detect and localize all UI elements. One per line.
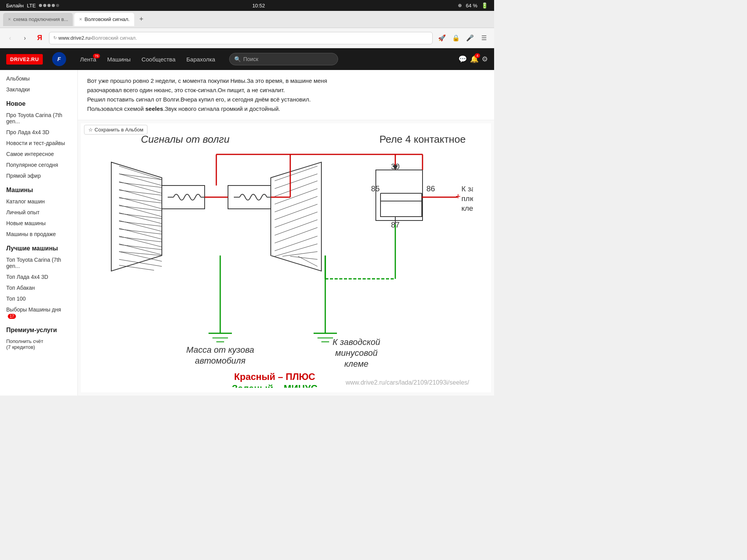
sidebar-item-popular[interactable]: Популярное сегодня	[0, 159, 77, 170]
article-prefix: Пользовался схемой	[87, 105, 145, 112]
sidebar-item-personal[interactable]: Личный опыт	[0, 207, 77, 218]
yandex-icon[interactable]: Я	[34, 33, 45, 44]
image-container: ☆ Сохранить в Альбом Сигналы от волги Ре…	[78, 120, 494, 396]
rocket-icon[interactable]: 🚀	[437, 33, 447, 44]
sidebar-item-top-toyota[interactable]: Топ Toyota Carina (7th gen...	[0, 254, 77, 271]
sidebar-item-live[interactable]: Прямой эфир	[0, 170, 77, 181]
notifications-badge: 4	[475, 53, 480, 58]
nav-market[interactable]: Барахолка	[182, 54, 220, 65]
sidebar-section-best: Лучшие машины	[0, 240, 77, 254]
tab-1-close[interactable]: ✕	[8, 17, 11, 21]
search-box[interactable]: 🔍 Поиск	[229, 53, 338, 65]
svg-rect-0	[84, 123, 473, 388]
nav-lenta[interactable]: Лента 76	[75, 54, 101, 65]
time-label: 10:52	[252, 3, 265, 9]
diagram-title-relay: Реле 4 контактное	[379, 133, 466, 145]
svg-text:клеме: клеме	[344, 359, 368, 369]
sidebar-item-top-lada[interactable]: Топ Лада 4x4 3D	[0, 271, 77, 282]
sidebar-item-lada[interactable]: Про Лада 4x4 3D	[0, 127, 77, 138]
diagram-label-85: 85	[371, 184, 380, 193]
menu-icon[interactable]: ☰	[479, 33, 489, 44]
sidebar-item-toyota[interactable]: Про Toyota Carina (7th gen...	[0, 110, 77, 127]
diagram-watermark: www.drive2.ru/cars/lada/2109/21093i/seel…	[345, 379, 469, 386]
sidebar-item-catalog[interactable]: Каталог машин	[0, 196, 77, 207]
nav-communities-label: Сообщества	[142, 56, 175, 63]
lock-icon: 🔒	[451, 33, 461, 44]
tab-bar: ✕ схема подключения в... ✕ Волговский си…	[0, 11, 494, 28]
signal-dots	[39, 4, 59, 7]
article-line4: Пользовался схемой seeles.Звук нового си…	[87, 104, 485, 114]
diagram-green-legend: Зеленый – МИНУС	[232, 383, 317, 388]
svg-text:+: +	[456, 191, 461, 201]
address-bar: ‹ › Я ↻ www.drive2.ru › Волговский сигна…	[0, 28, 494, 48]
article-line2: разочаровал всего один нюанс, это сток-с…	[87, 86, 485, 95]
tab-1-label: схема подключения в...	[13, 16, 68, 22]
header-icons: 💬 🔔 4 ⚙	[458, 55, 488, 63]
notifications-icon[interactable]: 🔔 4	[470, 55, 479, 63]
sidebar-item-new-cars[interactable]: Новые машины	[0, 218, 77, 229]
url-path: Волговский сигнал.	[92, 35, 137, 41]
tab-1[interactable]: ✕ схема подключения в...	[3, 13, 73, 26]
sidebar-section-premium: Премиум-услуги	[0, 321, 77, 336]
search-placeholder: Поиск	[243, 56, 258, 62]
sidebar-item-top-abakan[interactable]: Топ Абакан	[0, 282, 77, 293]
nav-machines-label: Машины	[107, 56, 130, 63]
site-logo[interactable]: DRIVE2.RU	[6, 54, 43, 65]
ford-icon: F	[52, 52, 66, 66]
nav-market-label: Барахолка	[186, 56, 215, 63]
sidebar: Альбомы Закладки Новое Про Toyota Carina…	[0, 70, 78, 396]
save-album-button[interactable]: ☆ Сохранить в Альбом	[84, 125, 147, 135]
article-text: Вот уже прошло ровно 2 недели, с момента…	[78, 70, 494, 120]
settings-icon[interactable]: ⚙	[482, 55, 488, 63]
site-header: DRIVE2.RU F Лента 76 Машины Сообщества Б…	[0, 48, 494, 70]
content-area: Вот уже прошло ровно 2 недели, с момента…	[78, 70, 494, 396]
status-left: Билайн LTE	[6, 3, 59, 9]
tab-2-label: Волговский сигнал.	[84, 16, 130, 22]
article-line3: Решил поставить сигнал от Волги.Вчера ку…	[87, 95, 485, 104]
svg-rect-55	[376, 170, 423, 220]
main-layout: Альбомы Закладки Новое Про Toyota Carina…	[0, 70, 494, 396]
tab-2-close[interactable]: ✕	[79, 17, 82, 21]
svg-text:автомобиля: автомобиля	[195, 356, 245, 366]
article-author[interactable]: seeles	[145, 105, 163, 112]
battery-label: 64 %	[466, 3, 477, 9]
refresh-icon: ↻	[53, 35, 57, 40]
url-bar[interactable]: ↻ www.drive2.ru › Волговский сигнал.	[49, 32, 433, 44]
sidebar-item-albums[interactable]: Альбомы	[0, 73, 77, 84]
sidebar-item-topup[interactable]: Пополнить счёт (7 кредитов)	[0, 336, 77, 352]
save-album-label: Сохранить в Альбом	[95, 127, 143, 133]
new-tab-button[interactable]: +	[136, 14, 147, 25]
nav-machines[interactable]: Машины	[102, 54, 135, 65]
sidebar-item-for-sale[interactable]: Машины в продаже	[0, 229, 77, 240]
sidebar-item-car-day[interactable]: Выборы Машины дня 17	[0, 304, 77, 321]
article-suffix: .Звук нового сигнала громкий и достойный…	[163, 105, 280, 112]
status-bar: Билайн LTE 10:52 ⊕ 64 % 🔋	[0, 0, 494, 11]
back-button[interactable]: ‹	[5, 33, 16, 44]
diagram-minus-terminal: К заводской	[333, 337, 381, 347]
diagram-mass-label: Масса от кузова	[186, 345, 254, 355]
sidebar-item-top100[interactable]: Топ 100	[0, 293, 77, 304]
mic-icon[interactable]: 🎤	[465, 33, 475, 44]
nav-communities[interactable]: Сообщества	[137, 54, 180, 65]
chat-icon[interactable]: 💬	[458, 55, 467, 63]
sidebar-item-news[interactable]: Новости и тест-драйвы	[0, 138, 77, 149]
sidebar-item-interesting[interactable]: Самое интересное	[0, 149, 77, 159]
nav-lenta-badge: 76	[93, 54, 100, 58]
network-label: LTE	[27, 3, 36, 9]
svg-text:клеме: клеме	[461, 204, 473, 212]
sidebar-item-bookmarks[interactable]: Закладки	[0, 84, 77, 95]
battery-icon: 🔋	[481, 2, 488, 9]
diagram-title-signals: Сигналы от волги	[141, 133, 230, 145]
carrier-label: Билайн	[6, 3, 24, 9]
forward-button[interactable]: ›	[19, 33, 30, 44]
diagram-wrapper: Сигналы от волги Реле 4 контактное	[81, 123, 491, 392]
status-right: ⊕ 64 % 🔋	[458, 2, 488, 9]
sidebar-section-new: Новое	[0, 95, 77, 110]
sidebar-section-cars: Машины	[0, 181, 77, 196]
star-icon: ☆	[88, 127, 93, 133]
article-line1: Вот уже прошло ровно 2 недели, с момента…	[87, 76, 485, 86]
tab-2[interactable]: ✕ Волговский сигнал.	[74, 13, 134, 26]
svg-text:плюсовой: плюсовой	[461, 194, 473, 203]
car-day-badge: 17	[8, 314, 16, 319]
search-icon: 🔍	[234, 56, 241, 62]
